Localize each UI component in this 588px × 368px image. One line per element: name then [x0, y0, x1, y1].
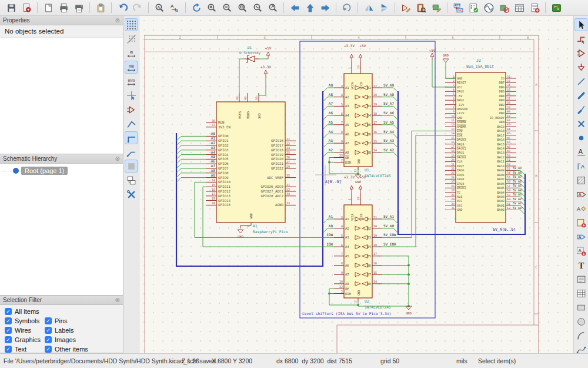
assign-footprints-button[interactable]	[497, 1, 511, 15]
filter-item-labels[interactable]: ✓Labels	[45, 327, 123, 334]
pin-name[interactable]: IOR	[457, 134, 463, 137]
pin-number[interactable]: 56	[507, 180, 510, 183]
net-label-button[interactable]: A	[574, 145, 587, 158]
junction-button[interactable]	[574, 131, 587, 144]
pin-number[interactable]: 9	[341, 271, 343, 274]
net-label[interactable]: 5V_IOR	[383, 242, 396, 247]
pin-number[interactable]: 8	[341, 261, 343, 265]
pin-name[interactable]: BA17	[497, 134, 505, 137]
pin-number[interactable]: 44	[507, 128, 510, 131]
pin-name[interactable]: GPIO1	[218, 139, 229, 142]
pin-number[interactable]: 38	[507, 101, 510, 104]
pin-name[interactable]: A2	[345, 227, 349, 230]
net-label[interactable]: A0	[211, 131, 216, 135]
pin-number[interactable]: 7	[453, 101, 455, 104]
pin-name[interactable]: BA01	[497, 204, 505, 207]
circle-button[interactable]	[574, 315, 587, 328]
pin-name[interactable]: BA09	[497, 168, 505, 172]
pin-number[interactable]: 9	[341, 140, 343, 143]
pin-name[interactable]: B1	[367, 86, 371, 89]
bus-entry[interactable]	[323, 219, 328, 224]
pin-name[interactable]: IRQ5	[457, 173, 465, 177]
pin-name[interactable]: BA04	[497, 191, 505, 194]
pin-number[interactable]: 1	[453, 75, 455, 78]
pin-name[interactable]: DB3	[499, 98, 505, 102]
net-label[interactable]: 5V_A4	[513, 188, 522, 193]
annotate-button[interactable]: R??R42	[451, 1, 465, 15]
net-label[interactable]: A2	[329, 148, 333, 152]
net-label[interactable]: 5V_A1	[383, 214, 394, 219]
net-label[interactable]: 5V_A6	[383, 111, 394, 115]
pin-number[interactable]: 21	[286, 137, 290, 141]
note-text[interactable]: Level shifters (ISA bus 5v to Pico 3.3v)	[302, 311, 392, 316]
pin-number[interactable]: 12	[451, 123, 455, 126]
pin-name[interactable]: GPIO27_ADC1	[261, 190, 284, 194]
pin-name[interactable]: BA00	[497, 208, 505, 211]
power-label[interactable]: GND	[406, 311, 412, 315]
pin-number[interactable]: 39	[507, 106, 510, 109]
grid-overrides-button[interactable]	[125, 32, 138, 45]
pin-number[interactable]: 12	[354, 169, 357, 173]
pin-number[interactable]: 35	[507, 88, 510, 91]
simulator-button[interactable]	[482, 1, 496, 15]
value[interactable]: RaspberryPi_Pico	[253, 230, 288, 234]
pin-name[interactable]: A3	[345, 236, 349, 239]
pin-name[interactable]: GND	[457, 208, 462, 211]
checkbox-icon[interactable]: ✓	[5, 308, 12, 315]
pin-name[interactable]: GPIO3	[218, 148, 229, 152]
pin-name[interactable]: BA13	[497, 151, 505, 154]
net-label[interactable]: 5V_A0	[383, 224, 394, 228]
pin-name[interactable]: A6	[345, 132, 349, 136]
pin-number[interactable]: 27	[286, 160, 290, 164]
pin-name[interactable]: GPIO17	[271, 144, 283, 147]
pin-number[interactable]: 14	[373, 280, 377, 283]
symbol-J2[interactable]: 1GND2RESET3VCC4IRQ25-5V6DRQ27-12V8UNUSED…	[445, 72, 516, 223]
power-label[interactable]: GND	[238, 235, 243, 238]
text-box-button[interactable]	[574, 273, 587, 286]
wire-5v-iow[interactable]	[382, 131, 445, 237]
pin-name[interactable]: GPIO15	[218, 203, 230, 207]
junction-dot[interactable]	[407, 283, 410, 285]
bus-entry[interactable]	[323, 143, 328, 148]
pin-number[interactable]: 16	[373, 130, 377, 134]
pin-number[interactable]: 40	[507, 110, 510, 113]
close-icon[interactable]: ⊗	[115, 297, 120, 303]
pin-name[interactable]: A4	[345, 245, 349, 248]
directive-label-button[interactable]: A	[574, 160, 587, 173]
pin-number[interactable]: 52	[507, 163, 510, 166]
pin-name[interactable]: DB2	[499, 103, 505, 107]
pin-name[interactable]: B6	[367, 264, 371, 267]
pin-number[interactable]: 24	[451, 176, 455, 179]
pin-number[interactable]: 16	[212, 188, 215, 191]
pin-number[interactable]: 45	[507, 132, 510, 135]
pin-number[interactable]: 41	[507, 115, 510, 118]
pin-number[interactable]: 22	[451, 167, 455, 170]
pin-number[interactable]: 2	[453, 79, 455, 82]
bus-entry[interactable]	[323, 115, 328, 120]
pin-name[interactable]: GPIO2	[218, 144, 228, 147]
pin-name[interactable]: RUN	[218, 121, 225, 124]
net-label[interactable]: A9	[211, 173, 216, 177]
pin-name[interactable]: BA08	[497, 173, 505, 177]
pin-number[interactable]: 22	[286, 142, 290, 145]
pin-name[interactable]: RESET	[457, 81, 466, 84]
pin-number[interactable]: 30	[451, 203, 455, 205]
reference[interactable]: D1	[248, 45, 252, 49]
filter-item-symbols[interactable]: ✓Symbols	[5, 317, 45, 324]
power-arrow[interactable]	[359, 54, 362, 58]
pin-name[interactable]: OSC	[457, 204, 462, 207]
bus-entry[interactable]	[323, 152, 328, 157]
pin-number[interactable]: 14	[373, 148, 377, 152]
pin-number[interactable]: 24	[286, 146, 290, 150]
pin-number[interactable]: 21	[373, 216, 377, 219]
grid-visibility-button[interactable]	[125, 18, 138, 31]
pin-number[interactable]: 23	[451, 171, 455, 174]
pin-name[interactable]: VBUS	[246, 111, 250, 119]
value[interactable]: Bus_ISA_8bit	[466, 64, 494, 69]
bus-entry[interactable]	[176, 164, 181, 168]
pin-name[interactable]: BA06	[497, 182, 505, 185]
pin-number[interactable]: 10	[451, 115, 455, 118]
pin-number[interactable]: 3	[341, 84, 343, 88]
bus-entry[interactable]	[323, 106, 328, 111]
zoom-out-button[interactable]	[220, 1, 234, 15]
